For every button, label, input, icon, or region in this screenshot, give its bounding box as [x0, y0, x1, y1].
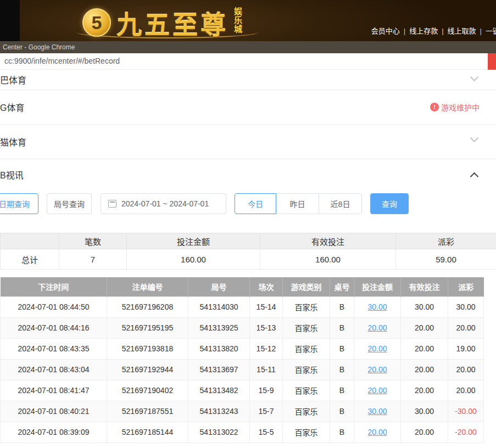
bet-amount-link[interactable]: 20.00 — [367, 386, 387, 395]
cell-round-no: 541313022 — [188, 422, 250, 443]
summary-bet-amount-value: 160.00 — [127, 249, 260, 270]
bet-record-row: 2024-07-01 08:44:50521697196208541314030… — [1, 296, 484, 317]
cell-order-no: 521697195195 — [107, 317, 188, 338]
maintenance-notice: ! 游戏维护中 — [430, 102, 480, 113]
cell-round-no: 541313925 — [188, 317, 250, 338]
bet-record-row: 2024-07-01 08:40:21521697187551541313243… — [1, 401, 484, 422]
nav-online-withdraw[interactable]: 线上取款 — [448, 27, 476, 35]
nav-member-center[interactable]: 会员中心 — [371, 27, 400, 35]
today-button[interactable]: 今日 — [235, 193, 276, 214]
cell-time: 2024-07-01 08:43:04 — [1, 359, 107, 380]
cell-session: 15-13 — [250, 317, 283, 338]
bet-table-column-header: 有效投注 — [401, 277, 448, 296]
summary-table: 笔数 投注金额 有效投注 派彩 总计 7 160.00 160.00 59.00 — [0, 233, 496, 270]
summary-header-blank — [1, 233, 59, 249]
page-content: 巴体育 G体育 ! 游戏维护中 猫体育 B视讯 日期查询 局号查询 2024-0… — [0, 70, 496, 443]
bet-record-row: 2024-07-01 08:41:47521697190402541313482… — [1, 380, 484, 401]
bet-table-column-header: 场次 — [250, 277, 283, 296]
summary-header-payout: 派彩 — [396, 233, 496, 249]
coin-5-icon: 5 — [82, 8, 111, 37]
cell-valid: 20.00 — [401, 422, 448, 443]
date-query-button[interactable]: 日期查询 — [0, 193, 38, 214]
cell-table-no: B — [330, 317, 354, 338]
chevron-up-icon — [470, 172, 479, 181]
cell-order-no: 521697185144 — [107, 422, 188, 443]
bet-table-body: 2024-07-01 08:44:50521697196208541314030… — [1, 296, 484, 443]
cell-table-no: B — [330, 401, 354, 422]
cell-valid: 20.00 — [401, 380, 448, 401]
cell-round-no: 541313482 — [188, 380, 250, 401]
cell-round-no: 541314030 — [188, 296, 250, 317]
bet-record-row: 2024-07-01 08:39:09521697185144541313022… — [1, 422, 484, 443]
cell-table-no: B — [330, 338, 354, 359]
nav-one-key[interactable]: 一键 — [486, 27, 496, 35]
cell-game: 百家乐 — [283, 296, 330, 317]
accordion-item-b-live[interactable]: B视讯 — [0, 159, 496, 190]
cell-game: 百家乐 — [283, 401, 330, 422]
cell-order-no: 521697187551 — [107, 401, 188, 422]
cell-time: 2024-07-01 08:41:47 — [1, 380, 107, 401]
bet-amount-link[interactable]: 20.00 — [367, 428, 387, 436]
bet-table-column-header: 注单编号 — [107, 277, 188, 296]
cell-game: 百家乐 — [283, 317, 330, 338]
maintenance-text: 游戏维护中 — [441, 102, 480, 113]
summary-header-bet-amount: 投注金额 — [127, 233, 260, 249]
summary-count-value: 7 — [59, 249, 127, 270]
bet-record-row: 2024-07-01 08:43:04521697192944541313697… — [1, 359, 484, 380]
bet-table-column-header: 桌号 — [330, 277, 354, 296]
browser-titlebar: Center - Google Chrome — [0, 41, 496, 53]
date-range-picker[interactable]: 2024-07-01 ~ 2024-07-01 — [101, 193, 226, 214]
cell-time: 2024-07-01 08:40:21 — [1, 401, 107, 422]
search-button[interactable]: 查询 — [370, 193, 409, 214]
site-subtitle: 娱乐城 — [232, 7, 243, 38]
cell-time: 2024-07-01 08:39:09 — [1, 422, 107, 443]
cell-order-no: 521697192944 — [107, 359, 188, 380]
cell-valid: 20.00 — [401, 338, 448, 359]
filter-toolbar: 日期查询 局号查询 2024-07-01 ~ 2024-07-01 今日 昨日 … — [0, 190, 496, 233]
round-query-button[interactable]: 局号查询 — [47, 193, 92, 214]
cell-payout: 20.00 — [448, 359, 484, 380]
accordion-item-saba-sports[interactable]: 巴体育 — [0, 70, 496, 90]
bet-amount-link[interactable]: 20.00 — [367, 344, 387, 353]
background-window-strip — [0, 0, 20, 41]
cell-time: 2024-07-01 08:44:50 — [1, 296, 107, 317]
bet-amount-link[interactable]: 30.00 — [367, 303, 387, 311]
cell-bet: 30.00 — [354, 296, 401, 317]
cell-payout: 20.00 — [448, 317, 484, 338]
site-banner: 5 九五至尊 娱乐城 会员中心|线上存款|线上取款|一键 — [0, 0, 496, 41]
cell-game: 百家乐 — [283, 380, 330, 401]
cell-game: 百家乐 — [283, 338, 330, 359]
summary-header-valid-bet: 有效投注 — [260, 233, 396, 249]
cell-round-no: 541313820 — [188, 338, 250, 359]
last-8-days-button[interactable]: 近8日 — [319, 193, 362, 214]
accordion-item-panda-sports[interactable]: 猫体育 — [0, 125, 496, 159]
accordion-item-g-sports[interactable]: G体育 ! 游戏维护中 — [0, 90, 496, 125]
bet-amount-link[interactable]: 20.00 — [367, 323, 387, 332]
yesterday-button[interactable]: 昨日 — [276, 193, 319, 214]
cell-round-no: 541313243 — [188, 401, 250, 422]
bet-record-row: 2024-07-01 08:43:35521697193818541313820… — [1, 338, 484, 359]
accordion-label: 猫体育 — [0, 135, 26, 148]
site-title: 九五至尊 — [116, 4, 229, 41]
bet-amount-link[interactable]: 20.00 — [367, 365, 387, 374]
screen: 5 九五至尊 娱乐城 会员中心|线上存款|线上取款|一键 Center - Go… — [0, 0, 496, 448]
bet-table-column-header: 投注金额 — [354, 277, 401, 296]
bet-amount-link[interactable]: 30.00 — [367, 407, 387, 416]
browser-addressbar: cc:9900/infe/mcenter/#/betRecord — [0, 53, 496, 70]
maintenance-exclamation-icon: ! — [430, 103, 439, 111]
url-field[interactable]: cc:9900/infe/mcenter/#/betRecord — [0, 53, 496, 69]
cell-bet: 20.00 — [354, 317, 401, 338]
cell-valid: 20.00 — [401, 317, 448, 338]
cell-session: 15-12 — [250, 338, 283, 359]
chevron-down-icon — [470, 73, 479, 82]
cell-table-no: B — [330, 296, 354, 317]
bet-table-column-header: 游戏类别 — [283, 277, 330, 296]
browser-window-title: Center - Google Chrome — [3, 43, 75, 51]
cell-bet: 20.00 — [354, 422, 401, 443]
cell-payout: 30.00 — [448, 296, 484, 317]
accordion-label: 巴体育 — [0, 73, 26, 86]
nav-online-deposit[interactable]: 线上存款 — [409, 27, 438, 35]
cell-order-no: 521697190402 — [107, 380, 188, 401]
site-logo: 5 九五至尊 娱乐城 — [82, 4, 243, 41]
red-indicator — [488, 53, 496, 70]
